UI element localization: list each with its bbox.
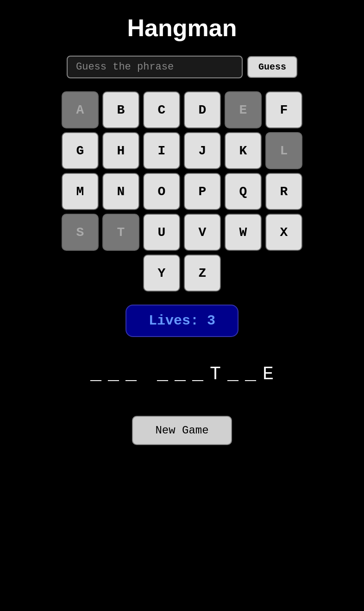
- input-row: Guess: [67, 56, 297, 78]
- key-btn-c[interactable]: C: [143, 91, 180, 128]
- key-btn-p[interactable]: P: [184, 173, 221, 210]
- key-btn-f[interactable]: F: [265, 91, 302, 128]
- key-row-3: STUVWX: [62, 214, 302, 251]
- key-btn-n[interactable]: N: [102, 173, 139, 210]
- phrase-char-10: E: [262, 364, 275, 385]
- key-btn-b[interactable]: B: [102, 91, 139, 128]
- key-btn-q[interactable]: Q: [225, 173, 262, 210]
- key-btn-v[interactable]: V: [184, 214, 221, 251]
- phrase-char-5: _: [174, 364, 187, 385]
- key-btn-z[interactable]: Z: [184, 255, 221, 292]
- phrase-char-6: _: [191, 364, 204, 385]
- key-btn-k[interactable]: K: [225, 132, 262, 169]
- phrase-display: ______T__E: [89, 360, 275, 388]
- lives-display: Lives: 3: [126, 305, 238, 337]
- key-btn-y[interactable]: Y: [143, 255, 180, 292]
- key-btn-m[interactable]: M: [62, 173, 99, 210]
- key-btn-j[interactable]: J: [184, 132, 221, 169]
- new-game-button[interactable]: New Game: [132, 416, 232, 445]
- key-btn-t: T: [102, 214, 139, 251]
- key-btn-i[interactable]: I: [143, 132, 180, 169]
- phrase-char-8: _: [226, 364, 239, 385]
- keyboard: ABCDEFGHIJKLMNOPQRSTUVWXYZ: [62, 91, 302, 292]
- key-btn-s: S: [62, 214, 99, 251]
- phrase-char-0: _: [89, 364, 102, 385]
- key-btn-x[interactable]: X: [265, 214, 302, 251]
- key-btn-a: A: [62, 91, 99, 128]
- key-row-2: MNOPQR: [62, 173, 302, 210]
- phrase-char-9: _: [244, 364, 257, 385]
- key-row-0: ABCDEF: [62, 91, 302, 128]
- phrase-char-4: _: [156, 364, 169, 385]
- key-row-1: GHIJKL: [62, 132, 302, 169]
- phrase-char-1: _: [107, 364, 120, 385]
- phrase-char-7: T: [209, 364, 222, 385]
- app-title: Hangman: [127, 14, 237, 42]
- guess-input[interactable]: [67, 56, 243, 78]
- key-btn-o[interactable]: O: [143, 173, 180, 210]
- guess-button[interactable]: Guess: [247, 56, 297, 78]
- key-btn-e: E: [225, 91, 262, 128]
- key-btn-h[interactable]: H: [102, 132, 139, 169]
- phrase-char-2: _: [125, 364, 138, 385]
- key-btn-l: L: [265, 132, 302, 169]
- key-btn-g[interactable]: G: [62, 132, 99, 169]
- key-btn-r[interactable]: R: [265, 173, 302, 210]
- key-btn-w[interactable]: W: [225, 214, 262, 251]
- key-btn-u[interactable]: U: [143, 214, 180, 251]
- key-btn-d[interactable]: D: [184, 91, 221, 128]
- key-row-4: YZ: [143, 255, 221, 292]
